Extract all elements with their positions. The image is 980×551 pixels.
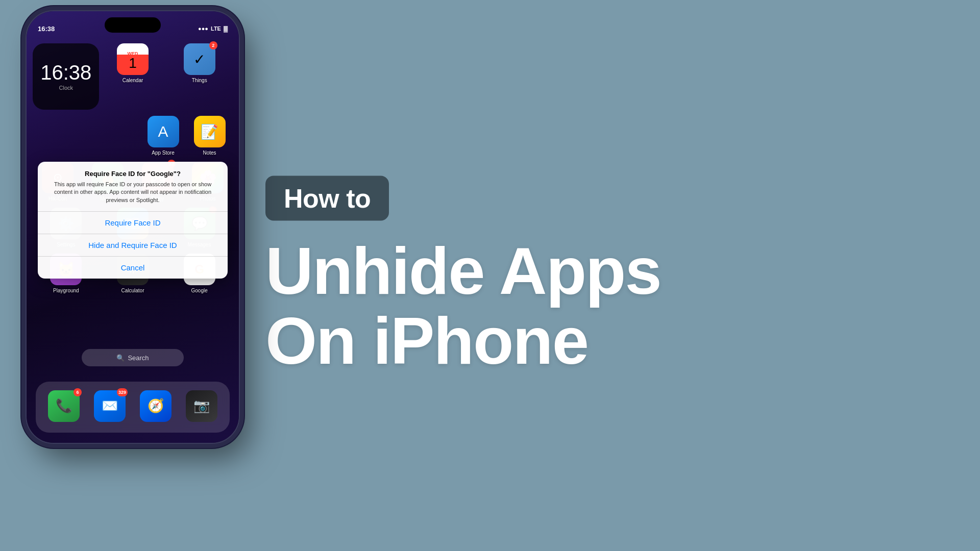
safari-symbol: 🧭 — [148, 398, 164, 414]
require-face-id-button[interactable]: Require Face ID — [38, 212, 228, 234]
phone-mockup: 16:38 ●●● LTE ▓ 16:38 Clock — [26, 10, 240, 444]
phone-outer: 16:38 ●●● LTE ▓ 16:38 Clock — [26, 10, 240, 444]
dock-safari[interactable]: 🧭 — [138, 390, 174, 424]
dock-phone[interactable]: 📞 6 — [46, 390, 82, 424]
calendar-icon: WED 1 — [117, 43, 149, 75]
calculator-label: Calculator — [121, 288, 144, 293]
notes-app[interactable]: 📝 Notes — [190, 116, 229, 156]
things-icon-symbol: ✓ — [193, 51, 205, 68]
battery-icon: ▓ — [224, 26, 228, 32]
search-icon: 🔍 — [116, 354, 125, 362]
things-badge: 2 — [209, 41, 217, 49]
dock-camera-icon: 📷 — [186, 390, 217, 422]
clock-widget: 16:38 Clock — [33, 43, 99, 110]
clock-widget-item[interactable]: 16:38 Clock — [47, 43, 85, 110]
appstore-app[interactable]: A App Store — [144, 116, 182, 156]
search-label: Search — [128, 354, 149, 362]
face-id-dialog: Require Face ID for "Google"? This app w… — [38, 162, 228, 279]
network-icon: LTE — [211, 26, 221, 32]
app-row-1: 16:38 Clock WED 1 Calendar — [31, 43, 235, 110]
mail-badge: 329 — [117, 388, 128, 396]
mail-symbol: ✉️ — [102, 398, 118, 414]
camera-symbol: 📷 — [193, 398, 210, 414]
clock-label: Clock — [59, 85, 74, 91]
things-icon: ✓ 2 — [184, 43, 215, 75]
appstore-label: App Store — [152, 150, 174, 156]
hide-require-face-id-button[interactable]: Hide and Require Face ID — [38, 234, 228, 256]
appstore-icon: A — [148, 116, 179, 147]
cancel-button[interactable]: Cancel — [38, 257, 228, 279]
notes-label: Notes — [203, 150, 216, 156]
notes-symbol: 📝 — [201, 123, 218, 140]
notes-icon: 📝 — [194, 116, 226, 147]
appstore-symbol: A — [158, 123, 168, 140]
dialog-body: This app will require Face ID or your pa… — [38, 181, 228, 211]
search-bar[interactable]: 🔍 Search — [82, 349, 184, 366]
dock-mail-icon: ✉️ 329 — [94, 390, 126, 422]
app-row-2: A App Store 📝 Notes — [31, 116, 235, 156]
how-to-text: How to — [284, 184, 371, 213]
playground-label: Playground — [53, 288, 79, 293]
status-time: 16:38 — [38, 25, 55, 33]
cal-date: 1 — [129, 56, 137, 70]
things-label: Things — [192, 78, 207, 83]
dock-camera[interactable]: 📷 — [184, 390, 219, 424]
dock-safari-icon: 🧭 — [140, 390, 172, 422]
clock-time: 16:38 — [40, 62, 91, 83]
dock: 📞 6 ✉️ 329 🧭 — [36, 382, 230, 433]
calendar-app[interactable]: WED 1 Calendar — [113, 43, 152, 110]
title-line2: On iPhone — [265, 303, 588, 378]
title-line1: Unhide Apps — [265, 234, 661, 308]
things-app[interactable]: ✓ 2 Things — [180, 43, 218, 110]
phone-symbol: 📞 — [56, 398, 72, 414]
calendar-label: Calendar — [122, 78, 143, 83]
signal-icon: ●●● — [198, 26, 208, 32]
phone-screen: 16:38 ●●● LTE ▓ 16:38 Clock — [27, 11, 239, 443]
how-to-badge: How to — [265, 176, 389, 221]
dialog-title: Require Face ID for "Google"? — [38, 162, 228, 181]
google-label: Google — [191, 288, 208, 293]
dynamic-island — [105, 17, 161, 33]
phone-badge: 6 — [74, 388, 82, 396]
main-title: Unhide Apps On iPhone — [265, 236, 949, 375]
right-content: How to Unhide Apps On iPhone — [265, 176, 949, 375]
dock-phone-icon: 📞 6 — [48, 390, 80, 422]
status-icons: ●●● LTE ▓ — [198, 26, 228, 32]
dock-mail[interactable]: ✉️ 329 — [92, 390, 128, 424]
